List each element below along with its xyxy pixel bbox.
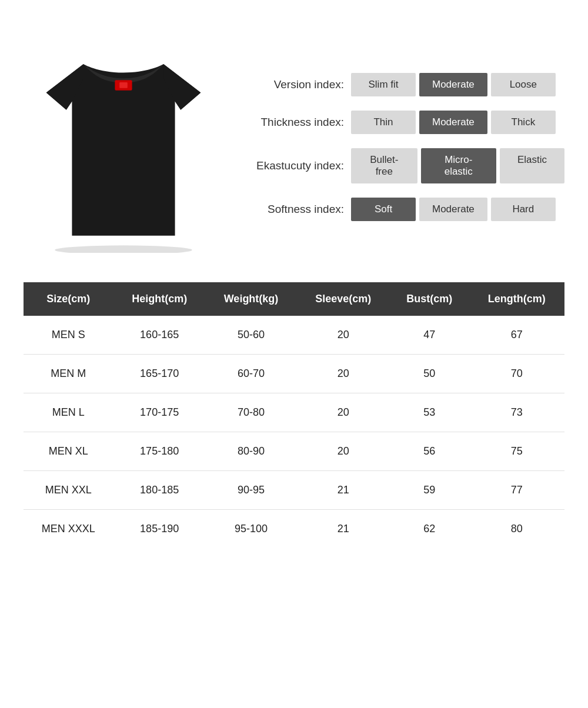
- svg-rect-2: [119, 82, 128, 88]
- index-section: Version index:Slim fitModerateLooseThick…: [235, 73, 564, 221]
- table-cell-0-3: 20: [297, 316, 390, 355]
- table-cell-2-2: 70-80: [206, 393, 297, 432]
- index-label-0: Version index:: [241, 78, 344, 91]
- option-tag-3-2[interactable]: Hard: [491, 198, 556, 221]
- table-cell-1-5: 70: [469, 355, 564, 393]
- table-cell-1-3: 20: [297, 355, 390, 393]
- table-cell-3-0: MEN XL: [24, 432, 113, 471]
- index-options-2: Bullet-freeMicro-elasticElastic: [351, 148, 564, 183]
- option-tag-3-0[interactable]: Soft: [351, 198, 416, 221]
- index-options-0: Slim fitModerateLoose: [351, 73, 556, 96]
- table-cell-2-0: MEN L: [24, 393, 113, 432]
- option-tag-1-1[interactable]: Moderate: [419, 111, 487, 134]
- table-cell-2-5: 73: [469, 393, 564, 432]
- table-header-5: Length(cm): [469, 282, 564, 316]
- table-cell-3-5: 75: [469, 432, 564, 471]
- table-header-0: Size(cm): [24, 282, 113, 316]
- table-row: MEN XXXL185-19095-100216280: [24, 510, 564, 549]
- table-cell-0-5: 67: [469, 316, 564, 355]
- table-row: MEN S160-16550-60204767: [24, 316, 564, 355]
- table-cell-5-3: 21: [297, 510, 390, 549]
- index-options-3: SoftModerateHard: [351, 198, 556, 221]
- option-tag-0-0[interactable]: Slim fit: [351, 73, 416, 96]
- option-tag-0-2[interactable]: Loose: [491, 73, 556, 96]
- table-cell-5-2: 95-100: [206, 510, 297, 549]
- table-cell-4-3: 21: [297, 471, 390, 510]
- top-section: Version index:Slim fitModerateLooseThick…: [24, 41, 564, 253]
- table-cell-5-0: MEN XXXL: [24, 510, 113, 549]
- table-cell-4-1: 180-185: [113, 471, 206, 510]
- option-tag-2-0[interactable]: Bullet-free: [351, 148, 417, 183]
- option-tag-2-1[interactable]: Micro-elastic: [421, 148, 496, 183]
- table-cell-1-0: MEN M: [24, 355, 113, 393]
- option-tag-0-1[interactable]: Moderate: [419, 73, 487, 96]
- table-header-4: Bust(cm): [390, 282, 469, 316]
- size-chart-container: Size(cm)Height(cm)Weight(kg)Sleeve(cm)Bu…: [24, 282, 564, 548]
- size-table: Size(cm)Height(cm)Weight(kg)Sleeve(cm)Bu…: [24, 282, 564, 548]
- index-label-2: Ekastucuty index:: [241, 159, 344, 172]
- table-cell-0-4: 47: [390, 316, 469, 355]
- table-cell-5-4: 62: [390, 510, 469, 549]
- table-cell-5-5: 80: [469, 510, 564, 549]
- tshirt-image: [32, 41, 215, 253]
- index-row-0: Version index:Slim fitModerateLoose: [241, 73, 564, 96]
- table-header: Size(cm)Height(cm)Weight(kg)Sleeve(cm)Bu…: [24, 282, 564, 316]
- index-row-1: Thickness index:ThinModerateThick: [241, 111, 564, 134]
- table-body: MEN S160-16550-60204767MEN M165-17060-70…: [24, 316, 564, 548]
- table-header-3: Sleeve(cm): [297, 282, 390, 316]
- table-cell-2-1: 170-175: [113, 393, 206, 432]
- option-tag-1-0[interactable]: Thin: [351, 111, 416, 134]
- index-label-1: Thickness index:: [241, 116, 344, 129]
- table-cell-0-1: 160-165: [113, 316, 206, 355]
- option-tag-3-1[interactable]: Moderate: [419, 198, 487, 221]
- table-row: MEN L170-17570-80205373: [24, 393, 564, 432]
- table-cell-4-2: 90-95: [206, 471, 297, 510]
- table-cell-3-2: 80-90: [206, 432, 297, 471]
- table-cell-4-0: MEN XXL: [24, 471, 113, 510]
- table-cell-1-1: 165-170: [113, 355, 206, 393]
- option-tag-1-2[interactable]: Thick: [491, 111, 556, 134]
- option-tag-2-2[interactable]: Elastic: [500, 148, 564, 183]
- table-cell-1-4: 50: [390, 355, 469, 393]
- table-cell-4-4: 59: [390, 471, 469, 510]
- table-cell-0-0: MEN S: [24, 316, 113, 355]
- table-row: MEN XXL180-18590-95215977: [24, 471, 564, 510]
- table-cell-1-2: 60-70: [206, 355, 297, 393]
- index-row-3: Softness index:SoftModerateHard: [241, 198, 564, 221]
- table-cell-3-3: 20: [297, 432, 390, 471]
- index-row-2: Ekastucuty index:Bullet-freeMicro-elasti…: [241, 148, 564, 183]
- table-header-1: Height(cm): [113, 282, 206, 316]
- table-row: MEN M165-17060-70205070: [24, 355, 564, 393]
- table-cell-2-3: 20: [297, 393, 390, 432]
- table-cell-2-4: 53: [390, 393, 469, 432]
- index-label-3: Softness index:: [241, 203, 344, 216]
- index-options-1: ThinModerateThick: [351, 111, 556, 134]
- svg-point-0: [55, 245, 192, 253]
- table-header-2: Weight(kg): [206, 282, 297, 316]
- tshirt-container: [24, 41, 223, 253]
- table-cell-0-2: 50-60: [206, 316, 297, 355]
- table-cell-5-1: 185-190: [113, 510, 206, 549]
- table-cell-4-5: 77: [469, 471, 564, 510]
- table-cell-3-4: 56: [390, 432, 469, 471]
- table-row: MEN XL175-18080-90205675: [24, 432, 564, 471]
- table-cell-3-1: 175-180: [113, 432, 206, 471]
